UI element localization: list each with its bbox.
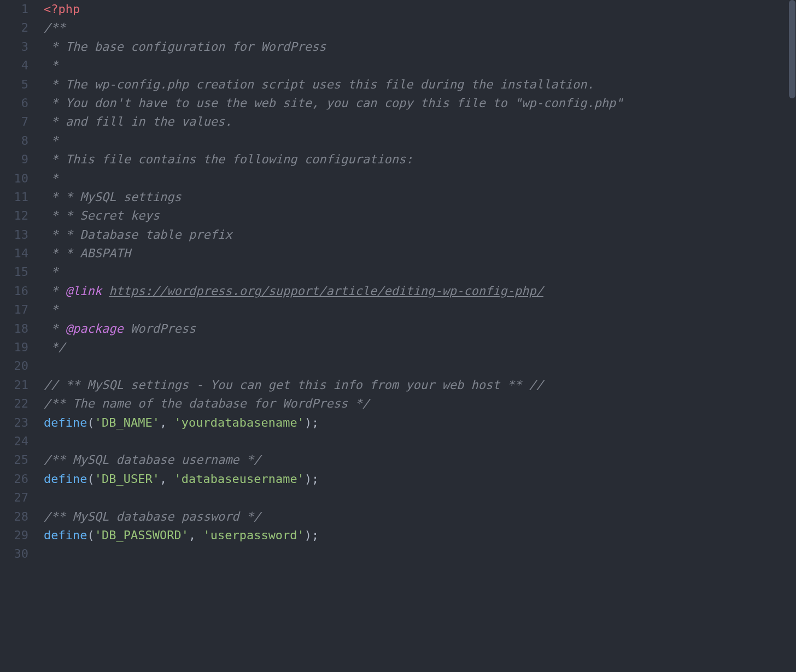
code-line[interactable]: * * Secret keys bbox=[44, 207, 796, 225]
token-comment: // ** MySQL settings - You can get this … bbox=[44, 378, 543, 392]
line-number: 4 bbox=[0, 56, 28, 75]
token-comment bbox=[102, 284, 109, 298]
scrollbar-thumb[interactable] bbox=[789, 0, 795, 98]
token-comment: * This file contains the following confi… bbox=[44, 152, 413, 166]
line-number: 2 bbox=[0, 19, 28, 37]
token-comment: * bbox=[44, 265, 58, 279]
token-punct: ); bbox=[305, 416, 319, 429]
code-line[interactable]: /** The name of the database for WordPre… bbox=[44, 394, 796, 413]
line-number: 29 bbox=[0, 526, 28, 545]
code-line[interactable] bbox=[44, 488, 796, 507]
code-line[interactable]: * bbox=[44, 300, 796, 319]
token-comment: * bbox=[44, 172, 58, 185]
token-func: define bbox=[44, 472, 87, 486]
code-line[interactable]: * bbox=[44, 132, 796, 150]
token-comment: /** bbox=[44, 21, 66, 34]
line-number: 27 bbox=[0, 488, 28, 507]
token-string: 'DB_NAME' bbox=[95, 416, 160, 429]
code-line[interactable]: * @link https://wordpress.org/support/ar… bbox=[44, 282, 796, 300]
line-number: 10 bbox=[0, 169, 28, 188]
token-punct: ); bbox=[305, 472, 319, 486]
code-line[interactable]: <?php bbox=[44, 0, 796, 19]
token-func: define bbox=[44, 528, 87, 542]
token-func: define bbox=[44, 416, 87, 429]
line-number: 6 bbox=[0, 94, 28, 113]
token-comment: * You don't have to use the web site, yo… bbox=[44, 96, 623, 110]
line-number: 30 bbox=[0, 545, 28, 563]
token-comment: * bbox=[44, 58, 58, 72]
code-line[interactable]: * @package WordPress bbox=[44, 320, 796, 338]
code-line[interactable]: /** MySQL database username */ bbox=[44, 451, 796, 469]
token-comment: * * MySQL settings bbox=[44, 190, 182, 204]
code-line[interactable]: * The base configuration for WordPress bbox=[44, 38, 796, 56]
code-line[interactable]: // ** MySQL settings - You can get this … bbox=[44, 376, 796, 394]
token-string: 'databaseusername' bbox=[174, 472, 304, 486]
line-number: 9 bbox=[0, 150, 28, 169]
line-number: 21 bbox=[0, 376, 28, 394]
code-line[interactable]: * bbox=[44, 169, 796, 188]
code-line[interactable]: define('DB_USER', 'databaseusername'); bbox=[44, 470, 796, 488]
token-punct: ( bbox=[87, 528, 94, 542]
token-comment: * * Database table prefix bbox=[44, 228, 232, 241]
token-doctag: @link bbox=[66, 284, 102, 298]
code-line[interactable] bbox=[44, 357, 796, 375]
token-comment: /** MySQL database password */ bbox=[44, 510, 261, 523]
line-number: 23 bbox=[0, 414, 28, 432]
token-link: https://wordpress.org/support/article/ed… bbox=[109, 284, 543, 298]
code-line[interactable]: */ bbox=[44, 338, 796, 357]
token-comment: WordPress bbox=[124, 322, 196, 335]
token-punct: , bbox=[160, 472, 174, 486]
token-comment: /** The name of the database for WordPre… bbox=[44, 397, 370, 410]
token-punct: ( bbox=[87, 472, 94, 486]
code-line[interactable]: define('DB_NAME', 'yourdatabasename'); bbox=[44, 414, 796, 432]
token-comment: */ bbox=[44, 340, 66, 354]
code-line[interactable]: * and fill in the values. bbox=[44, 113, 796, 131]
line-number: 19 bbox=[0, 338, 28, 357]
token-string: 'DB_USER' bbox=[95, 472, 160, 486]
line-number: 5 bbox=[0, 75, 28, 94]
token-string: 'yourdatabasename' bbox=[174, 416, 304, 429]
code-area[interactable]: <?php/** * The base configuration for Wo… bbox=[38, 0, 796, 672]
token-punct: , bbox=[189, 528, 203, 542]
line-number: 28 bbox=[0, 508, 28, 526]
line-number: 26 bbox=[0, 470, 28, 488]
line-number: 3 bbox=[0, 38, 28, 56]
code-line[interactable]: * * ABSPATH bbox=[44, 244, 796, 263]
token-comment: * * ABSPATH bbox=[44, 246, 131, 260]
token-comment: * and fill in the values. bbox=[44, 115, 232, 128]
code-line[interactable]: * This file contains the following confi… bbox=[44, 150, 796, 169]
token-punct: , bbox=[160, 416, 174, 429]
line-number: 8 bbox=[0, 132, 28, 150]
line-number: 7 bbox=[0, 113, 28, 131]
line-number: 15 bbox=[0, 263, 28, 281]
line-number: 22 bbox=[0, 394, 28, 413]
code-editor[interactable]: 1234567891011121314151617181920212223242… bbox=[0, 0, 796, 672]
line-number: 16 bbox=[0, 282, 28, 300]
code-line[interactable] bbox=[44, 545, 796, 563]
token-php-tag: <?php bbox=[44, 2, 80, 16]
line-number: 25 bbox=[0, 451, 28, 469]
line-number: 11 bbox=[0, 188, 28, 207]
token-string: 'DB_PASSWORD' bbox=[95, 528, 189, 542]
line-number: 12 bbox=[0, 207, 28, 225]
code-line[interactable]: * * MySQL settings bbox=[44, 188, 796, 207]
code-line[interactable] bbox=[44, 432, 796, 451]
code-line[interactable]: /** bbox=[44, 19, 796, 37]
token-comment: * bbox=[44, 284, 66, 298]
line-number: 1 bbox=[0, 0, 28, 19]
code-line[interactable]: * bbox=[44, 56, 796, 75]
line-number: 14 bbox=[0, 244, 28, 263]
token-comment: * bbox=[44, 322, 66, 335]
token-punct: ( bbox=[87, 416, 94, 429]
code-line[interactable]: define('DB_PASSWORD', 'userpassword'); bbox=[44, 526, 796, 545]
token-comment: * * Secret keys bbox=[44, 209, 160, 222]
token-comment: * The wp-config.php creation script uses… bbox=[44, 78, 594, 91]
code-line[interactable]: * * Database table prefix bbox=[44, 226, 796, 244]
code-line[interactable]: * You don't have to use the web site, yo… bbox=[44, 94, 796, 113]
code-line[interactable]: * The wp-config.php creation script uses… bbox=[44, 75, 796, 94]
token-comment: * bbox=[44, 303, 58, 316]
vertical-scrollbar[interactable] bbox=[788, 0, 796, 672]
code-line[interactable]: /** MySQL database password */ bbox=[44, 508, 796, 526]
code-line[interactable]: * bbox=[44, 263, 796, 281]
token-string: 'userpassword' bbox=[203, 528, 304, 542]
